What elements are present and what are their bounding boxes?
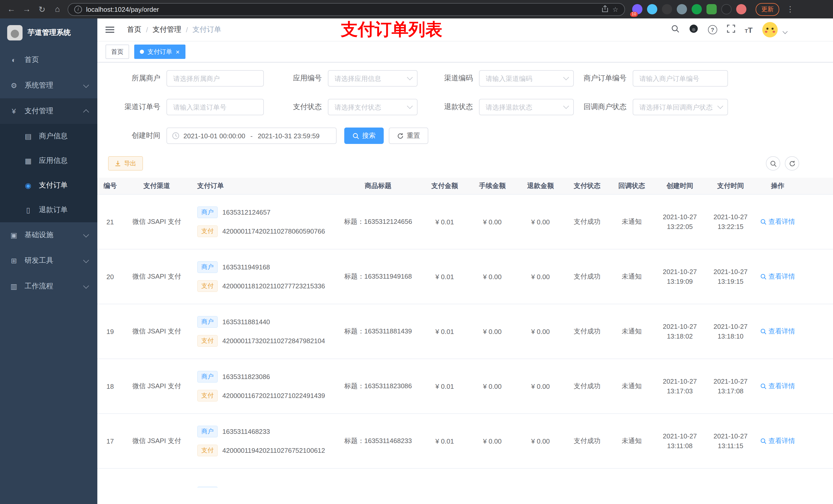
forward-icon[interactable]: → xyxy=(22,5,32,14)
extension-icon-6[interactable] xyxy=(707,4,717,14)
profile-avatar-icon[interactable] xyxy=(736,4,746,14)
browser-menu-icon[interactable]: ⋮ xyxy=(786,5,794,14)
table-row: 商户1635311857 xyxy=(97,469,833,488)
refresh-icon[interactable] xyxy=(785,156,799,171)
cell-action: 查看详情 xyxy=(755,327,800,336)
extension-icon-4[interactable] xyxy=(677,4,687,14)
search-icon[interactable] xyxy=(671,25,679,35)
reload-icon[interactable]: ↻ xyxy=(37,4,47,14)
cell-create-time: 2021-10-2713:19:09 xyxy=(654,267,706,286)
view-detail-link[interactable]: 查看详情 xyxy=(760,327,795,336)
notify-status-select[interactable] xyxy=(633,99,728,115)
col-channel: 支付渠道 xyxy=(123,181,191,191)
table-row: 18 微信 JSAPI 支付 商户1635311823086 支付4200001… xyxy=(97,359,833,414)
cell-fee: ¥ 0.00 xyxy=(468,273,516,281)
pay-transaction-no: 4200001174202110278060590766 xyxy=(222,227,325,235)
merchant-order-no-box[interactable] xyxy=(633,70,728,87)
extension-icon-2[interactable] xyxy=(647,4,657,14)
sidebar-item-refund-order[interactable]: ▯ 退款订单 xyxy=(0,198,97,222)
pay-badge: 支付 xyxy=(197,335,218,347)
sidebar-item-merchant-info[interactable]: ▤ 商户信息 xyxy=(0,124,97,148)
tab-home[interactable]: 首页 xyxy=(105,45,129,59)
pay-transaction-no: 4200001173202110272847982104 xyxy=(222,337,325,345)
notify-status-input[interactable] xyxy=(638,103,716,112)
tab-pay-order[interactable]: 支付订单 × xyxy=(134,45,185,59)
sidebar-item-home[interactable]: ◐ 首页 xyxy=(0,47,97,73)
sidebar-item-app-info[interactable]: ▦ 应用信息 xyxy=(0,148,97,173)
breadcrumb-pay[interactable]: 支付管理 xyxy=(153,25,181,34)
address-bar[interactable]: i localhost:1024/pay/order ☆ xyxy=(68,3,625,16)
breadcrumb-home[interactable]: 首页 xyxy=(127,25,141,34)
github-icon[interactable] xyxy=(689,24,698,35)
date-range-picker[interactable]: 2021-10-01 00:00:00 - 2021-10-31 23:59:5… xyxy=(166,127,337,144)
channel-code-input[interactable] xyxy=(485,74,562,83)
export-button[interactable]: 导出 xyxy=(108,156,143,171)
cell-title: 标题：1635311881439 xyxy=(335,327,421,336)
merchant-order-no-input[interactable] xyxy=(638,74,722,83)
fullscreen-icon[interactable] xyxy=(727,25,735,35)
cell-id: 21 xyxy=(97,218,123,225)
search-button[interactable]: 搜索 xyxy=(344,127,384,144)
channel-code-select[interactable] xyxy=(479,70,574,87)
cell-pay-time: 2021-10-2713:11:15 xyxy=(706,431,755,451)
pay-status-input[interactable] xyxy=(334,103,406,112)
refund-status-input[interactable] xyxy=(485,103,562,112)
col-refund: 退款金额 xyxy=(516,181,565,191)
view-detail-link[interactable]: 查看详情 xyxy=(760,272,795,281)
extension-icon-3[interactable] xyxy=(662,4,672,14)
hide-search-icon[interactable] xyxy=(766,156,780,171)
cell-amount: ¥ 0.01 xyxy=(421,382,468,390)
date-end[interactable]: 2021-10-31 23:59:59 xyxy=(258,132,319,140)
dashboard-icon: ◐ xyxy=(9,56,19,64)
cell-notify: 未通知 xyxy=(610,436,654,446)
cell-status: 支付成功 xyxy=(565,382,610,391)
merchant-select[interactable] xyxy=(166,70,264,87)
channel-order-no-box[interactable] xyxy=(166,99,264,115)
merchant-badge: 商户 xyxy=(197,486,218,488)
extension-icon-5[interactable] xyxy=(692,4,702,14)
header-actions: ? TT xyxy=(671,22,825,38)
back-icon[interactable]: ← xyxy=(6,5,16,14)
sidebar-item-pay-order[interactable]: ◉ 支付订单 xyxy=(0,173,97,198)
col-status: 支付状态 xyxy=(565,181,610,191)
chevron-down-icon xyxy=(83,283,89,289)
extensions-pin-icon[interactable] xyxy=(721,4,732,14)
share-icon[interactable] xyxy=(602,5,609,14)
active-dot-icon xyxy=(140,50,144,54)
cell-amount: ¥ 0.01 xyxy=(421,218,468,225)
cell-refund: ¥ 0.00 xyxy=(516,437,565,445)
font-size-icon[interactable]: TT xyxy=(745,25,753,34)
field-pay-status: 支付状态 xyxy=(264,99,418,115)
app-id-select[interactable] xyxy=(328,70,418,87)
close-icon[interactable]: × xyxy=(176,48,180,55)
cell-title: 标题：1635311949168 xyxy=(335,272,421,281)
pay-status-select[interactable] xyxy=(328,99,418,115)
sidebar-item-system[interactable]: ⚙ 系统管理 xyxy=(0,73,97,98)
view-detail-link[interactable]: 查看详情 xyxy=(760,436,795,446)
sidebar-item-workflow[interactable]: ▥ 工作流程 xyxy=(0,273,97,299)
reset-button[interactable]: 重置 xyxy=(389,127,428,144)
view-detail-link[interactable]: 查看详情 xyxy=(760,217,795,226)
chevron-down-icon[interactable] xyxy=(783,29,788,34)
pay-badge: 支付 xyxy=(197,225,218,237)
channel-order-no-input[interactable] xyxy=(172,103,258,112)
sidebar-item-infrastructure[interactable]: ▣ 基础设施 xyxy=(0,222,97,248)
refund-status-select[interactable] xyxy=(479,99,574,115)
site-info-icon[interactable]: i xyxy=(74,5,82,13)
sidebar-toggle-icon[interactable] xyxy=(105,25,115,34)
extension-icon-1[interactable]: 10 xyxy=(632,4,642,14)
chrome-update-button[interactable]: 更新 xyxy=(756,3,779,16)
col-fee: 手续金额 xyxy=(468,181,516,191)
view-detail-link[interactable]: 查看详情 xyxy=(760,382,795,391)
user-avatar[interactable] xyxy=(762,22,778,38)
merchant-select-input[interactable] xyxy=(172,74,258,83)
sidebar-item-devtools[interactable]: ⊞ 研发工具 xyxy=(0,248,97,273)
url-text[interactable]: localhost:1024/pay/order xyxy=(86,5,598,13)
sidebar-item-payment[interactable]: ¥ 支付管理 xyxy=(0,98,97,124)
app-id-select-input[interactable] xyxy=(334,74,406,83)
help-icon[interactable]: ? xyxy=(708,25,717,34)
date-start[interactable]: 2021-10-01 00:00:00 xyxy=(184,132,245,140)
home-icon[interactable]: ⌂ xyxy=(52,5,63,14)
pay-transaction-no: 4200001167202110271022491439 xyxy=(222,392,325,400)
bookmark-star-icon[interactable]: ☆ xyxy=(613,5,618,13)
